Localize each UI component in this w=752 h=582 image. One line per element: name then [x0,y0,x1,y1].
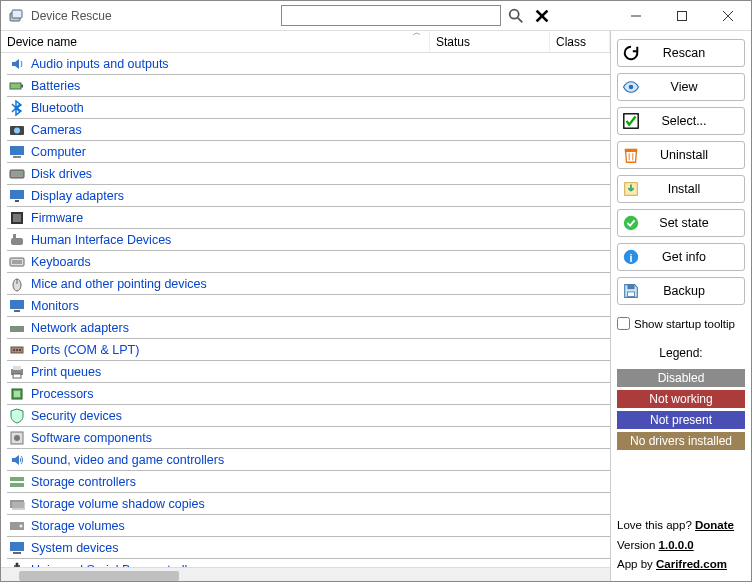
device-name-label: Bluetooth [31,101,84,115]
horizontal-scrollbar-thumb[interactable] [19,571,179,581]
svg-point-44 [14,435,20,441]
device-row[interactable]: Mice and other pointing devices [1,273,610,294]
bluetooth-icon [9,100,25,116]
device-row[interactable]: Processors [1,383,610,404]
audio-icon [9,56,25,72]
device-row[interactable]: Display adapters [1,185,610,206]
device-name-label: Firmware [31,211,83,225]
device-row[interactable]: Keyboards [1,251,610,272]
svg-point-33 [15,328,17,330]
horizontal-scrollbar[interactable] [1,567,610,582]
device-row[interactable]: Batteries [1,75,610,96]
device-row[interactable]: Storage volume shadow copies [1,493,610,514]
svg-point-54 [629,85,634,90]
svg-line-3 [518,17,523,22]
device-name-label: Storage volumes [31,519,125,533]
donate-link[interactable]: Donate [695,519,734,531]
svg-point-50 [20,524,23,527]
setstate-button[interactable]: Set state [617,209,745,237]
save-icon [618,282,644,300]
minimize-button[interactable] [613,1,659,31]
device-name-label: Audio inputs and outputs [31,57,169,71]
device-row[interactable]: Audio inputs and outputs [1,53,610,74]
startup-tooltip-input[interactable] [617,317,630,330]
device-row[interactable]: Disk drives [1,163,610,184]
device-row[interactable]: Software components [1,427,610,448]
device-row[interactable]: Ports (COM & LPT) [1,339,610,360]
device-row[interactable]: Firmware [1,207,610,228]
device-name-label: Ports (COM & LPT) [31,343,139,357]
svg-rect-29 [10,300,24,309]
donate-pre: Love this app? [617,519,695,531]
device-row[interactable]: Network adapters [1,317,610,338]
eye-icon [618,78,644,96]
startup-tooltip-checkbox[interactable]: Show startup tooltip [617,317,745,330]
usb-icon [9,562,25,568]
device-name-label: Human Interface Devices [31,233,171,247]
device-name-label: Mice and other pointing devices [31,277,207,291]
device-list[interactable]: Audio inputs and outputsBatteriesBluetoo… [1,53,610,567]
device-name-label: System devices [31,541,119,555]
svg-text:i: i [630,252,633,264]
svg-point-2 [510,9,519,18]
svg-rect-22 [11,238,23,245]
view-button[interactable]: View [617,73,745,101]
device-row[interactable]: Human Interface Devices [1,229,610,250]
appby-line: App by Carifred.com [617,555,745,575]
svg-rect-40 [13,374,21,378]
svg-rect-30 [14,310,20,312]
network-icon [9,320,25,336]
hid-icon [9,232,25,248]
column-header-name[interactable]: Device name ︿ [1,31,430,52]
device-name-label: Batteries [31,79,80,93]
device-row[interactable]: Print queues [1,361,610,382]
device-row[interactable]: Storage volumes [1,515,610,536]
svg-rect-11 [21,84,23,87]
device-row[interactable]: Universal Serial Bus controllers [1,559,610,567]
svg-rect-24 [10,258,24,266]
backup-button[interactable]: Backup [617,277,745,305]
svg-point-32 [12,328,14,330]
svg-rect-1 [12,10,22,18]
svg-point-13 [14,127,20,133]
maximize-button[interactable] [659,1,705,31]
cpu-icon [9,386,25,402]
device-row[interactable]: Monitors [1,295,610,316]
search-button[interactable] [505,5,527,27]
device-row[interactable]: Sound, video and game controllers [1,449,610,470]
info-icon: i [618,248,644,266]
device-row[interactable]: Storage controllers [1,471,610,492]
clear-search-button[interactable] [531,5,553,27]
port-icon [9,342,25,358]
device-name-label: Monitors [31,299,79,313]
uninstall-button[interactable]: Uninstall [617,141,745,169]
device-row[interactable]: System devices [1,537,610,558]
search-input[interactable] [281,5,501,26]
appby-link[interactable]: Carifred.com [656,558,727,570]
legend-item: Disabled [617,369,745,387]
column-header-status[interactable]: Status [430,31,550,52]
device-name-label: Storage volume shadow copies [31,497,205,511]
device-row[interactable]: Bluetooth [1,97,610,118]
rescan-button[interactable]: Rescan [617,39,745,67]
device-row[interactable]: Security devices [1,405,610,426]
column-header-name-label: Device name [7,35,77,49]
column-header-class[interactable]: Class [550,31,610,52]
device-row[interactable]: Cameras [1,119,610,140]
svg-point-60 [624,216,638,230]
svg-rect-51 [10,542,24,551]
appby-pre: App by [617,558,656,570]
svg-point-37 [19,349,21,351]
getinfo-button[interactable]: i Get info [617,243,745,271]
select-button[interactable]: Select... [617,107,745,135]
shadow-icon [9,496,25,512]
view-label: View [644,80,744,94]
close-button[interactable] [705,1,751,31]
getinfo-label: Get info [644,250,744,264]
svg-rect-15 [13,156,21,158]
device-row[interactable]: Computer [1,141,610,162]
install-button[interactable]: Install [617,175,745,203]
version-line: Version 1.0.0.0 [617,536,745,556]
svg-rect-52 [13,552,21,554]
svg-point-17 [20,173,22,175]
